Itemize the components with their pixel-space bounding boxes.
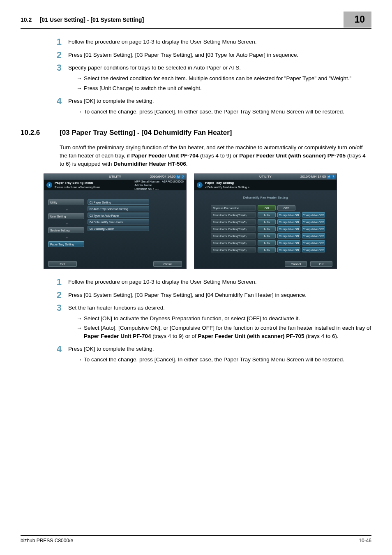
substep-text: To cancel the change, press [Cancel]. In… (84, 356, 371, 364)
screenshot-fan-heater: UTILITY 2010/04/04 14:05 M ? i Paper Tra… (194, 173, 337, 269)
off-button[interactable]: OFF (277, 205, 295, 210)
procedure-b: 1 Follow the procedure on page 10-3 to d… (45, 278, 371, 364)
chevron-down-icon: ▼ (48, 208, 84, 212)
step-text: Set the fan heater functions as desired. (68, 305, 165, 311)
arrow-icon: → (76, 84, 84, 92)
tab-utility[interactable]: Utility (48, 199, 84, 205)
help-icon: ? (181, 175, 184, 179)
step-number: 2 (45, 289, 62, 302)
tab-paper-tray-setting[interactable]: Paper Tray Setting (48, 241, 84, 247)
intro-paragraph: Turn on/off the preliminary drying funct… (21, 143, 371, 168)
step-text: Press [01 System Setting], [03 Paper Tra… (68, 52, 298, 58)
memory-icon: M (327, 175, 331, 179)
info-icon: i (197, 182, 203, 188)
auto-button[interactable]: Auto (258, 233, 276, 238)
memory-icon: M (176, 175, 180, 179)
step-number: 4 (45, 342, 62, 356)
compulsive-on-button[interactable]: Compulsive ON (277, 219, 300, 224)
step-text: Press [OK] to complete the setting. (68, 98, 154, 104)
step-number: 3 (45, 301, 62, 314)
compulsive-on-button[interactable]: Compulsive ON (277, 233, 300, 238)
substep-text: Select the desired condition for each it… (84, 74, 371, 83)
menu-item[interactable]: 05 Stacking Cooler (88, 226, 149, 231)
menu-item[interactable]: 01 Paper Setting (88, 199, 149, 205)
help-icon: ? (332, 175, 335, 179)
auto-button[interactable]: Auto (258, 247, 276, 252)
compulsive-off-button[interactable]: Compulsive OFF (302, 233, 325, 238)
row-label: Fan Heater Control(Tray7) (211, 233, 256, 238)
compulsive-on-button[interactable]: Compulsive ON (277, 247, 300, 252)
footer-page: 10-46 (359, 537, 371, 544)
tab-user-setting[interactable]: User Setting (48, 213, 84, 219)
compulsive-off-button[interactable]: Compulsive OFF (302, 212, 325, 217)
footer-product: bizhub PRESS C8000/e (21, 537, 73, 544)
step-text: Specify paper conditions for trays to be… (68, 65, 241, 71)
header-section-title: [01 User Setting] - [01 System Setting] (40, 16, 144, 23)
compulsive-off-button[interactable]: Compulsive OFF (302, 226, 325, 231)
row-label: Fan Heater Control(Tray8) (211, 240, 256, 245)
menu-item[interactable]: 02 Auto Tray Selection Setting (88, 206, 149, 211)
step-number: 1 (45, 35, 62, 49)
step-text: Press [OK] to complete the setting. (68, 346, 154, 352)
compulsive-off-button[interactable]: Compulsive OFF (302, 247, 325, 252)
info-icon: i (46, 182, 52, 188)
compulsive-off-button[interactable]: Compulsive OFF (302, 219, 325, 224)
ok-button[interactable]: OK (310, 261, 332, 267)
substep-text: Select [ON] to activate the Dryness Prep… (84, 314, 371, 323)
panel-title: Dehumidify Fan Heater Setting (243, 195, 288, 200)
arrow-icon: → (76, 74, 84, 83)
cancel-button[interactable]: Cancel (285, 261, 307, 267)
row-label: Dryness Preparation (211, 205, 256, 210)
step-number: 3 (45, 61, 62, 74)
menu-item[interactable]: 03 Type for Auto Paper (88, 213, 149, 218)
close-button[interactable]: Close (153, 261, 182, 267)
step-text: Follow the procedure on page 10-3 to dis… (68, 279, 257, 285)
subsection-title: [03 Paper Tray Setting] - [04 Dehumidify… (60, 128, 232, 138)
substep-text: To cancel the change, press [Cancel]. In… (84, 108, 371, 116)
running-header: 10.2 [01 User Setting] - [01 System Sett… (21, 16, 144, 24)
step-number: 4 (45, 95, 62, 108)
chevron-down-icon: ▼ (48, 236, 84, 240)
compulsive-off-button[interactable]: Compulsive OFF (302, 240, 325, 245)
row-label: Fan Heater Control(Tray9) (211, 247, 256, 252)
header-section-no: 10.2 (21, 16, 32, 23)
substep-text: Select [Auto], [Compulsive ON], or [Comp… (84, 324, 371, 340)
compulsive-on-button[interactable]: Compulsive ON (277, 240, 300, 245)
tab-system-setting[interactable]: System Setting (48, 227, 84, 233)
screenshot-menu: UTILITY 2010/04/04 14:05 M ? i Paper Tra… (44, 173, 187, 269)
step-number: 2 (45, 49, 62, 62)
auto-button[interactable]: Auto (258, 226, 276, 231)
row-label: Fan Heater Control(Tray4) (211, 212, 256, 217)
auto-button[interactable]: Auto (258, 219, 276, 224)
chevron-down-icon: ▼ (48, 222, 84, 226)
arrow-icon: → (76, 356, 84, 364)
arrow-icon: → (76, 314, 84, 323)
arrow-icon: → (76, 324, 84, 340)
compulsive-on-button[interactable]: Compulsive ON (277, 226, 300, 231)
step-text: Follow the procedure on page 10-3 to dis… (68, 39, 257, 45)
step-number: 1 (45, 275, 62, 289)
on-button[interactable]: ON (258, 205, 276, 210)
auto-button[interactable]: Auto (258, 212, 276, 217)
auto-button[interactable]: Auto (258, 240, 276, 245)
exit-button[interactable]: Exit (48, 261, 77, 267)
menu-item[interactable]: 04 Dehumidify Fan Heater (88, 219, 149, 224)
row-label: Fan Heater Control(Tray6) (211, 226, 256, 231)
substep-text: Press [Unit Change] to switch the unit o… (84, 84, 371, 92)
procedure-a: 1 Follow the procedure on page 10-3 to d… (45, 38, 371, 116)
subsection-number: 10.2.6 (21, 128, 60, 138)
compulsive-on-button[interactable]: Compulsive ON (277, 212, 300, 217)
subsection-heading: 10.2.6 [03 Paper Tray Setting] - [04 Deh… (21, 128, 371, 138)
arrow-icon: → (76, 108, 84, 116)
chapter-badge: 10 (344, 12, 371, 28)
step-text: Press [01 System Setting], [03 Paper Tra… (68, 292, 307, 298)
row-label: Fan Heater Control(Tray5) (211, 219, 256, 224)
